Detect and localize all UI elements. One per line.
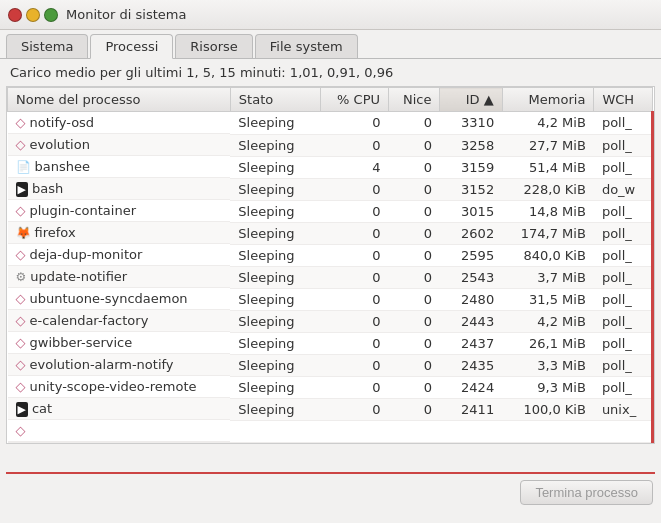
cell-memory: 840,0 KiB [502, 244, 594, 266]
minimize-button[interactable] [26, 8, 40, 22]
cell-name: ◇ ubuntuone-syncdaemon [8, 288, 231, 310]
title-bar: Monitor di sistema [0, 0, 661, 30]
cell-nice: 0 [389, 134, 440, 156]
maximize-button[interactable] [44, 8, 58, 22]
cell-name: ◇ e-calendar-factory [8, 310, 231, 332]
cell-name: ◇ notify-osd [8, 112, 231, 134]
cell-id: 2435 [440, 354, 502, 376]
process-icon: ◇ [16, 115, 26, 130]
table-row[interactable]: ◇ gwibber-service Sleeping 0 0 2437 26,1… [8, 332, 653, 354]
cell-name: ◇ deja-dup-monitor [8, 244, 231, 266]
cell-memory: 26,1 MiB [502, 332, 594, 354]
table-row[interactable]: ◇ plugin-container Sleeping 0 0 3015 14,… [8, 200, 653, 222]
cell-memory: 174,7 MiB [502, 222, 594, 244]
col-stato[interactable]: Stato [230, 88, 320, 112]
process-icon: ◇ [16, 379, 26, 394]
cell-memory: 9,3 MiB [502, 376, 594, 398]
table-row[interactable]: 🦊 firefox Sleeping 0 0 2602 174,7 MiB po… [8, 222, 653, 244]
cell-memory: 100,0 KiB [502, 398, 594, 420]
cell-name: ▶ bash [8, 178, 231, 200]
cell-name: ◇ plugin-container [8, 200, 231, 222]
table-header-row: Nome del processo Stato % CPU Nice ID ▲ … [8, 88, 653, 112]
process-icon: ◇ [16, 203, 26, 218]
table-row[interactable]: ◇ evolution Sleeping 0 0 3258 27,7 MiB p… [8, 134, 653, 156]
tab-filesystem[interactable]: File system [255, 34, 358, 58]
process-name: gwibber-service [30, 335, 133, 350]
process-name: ubuntuone-syncdaemon [30, 291, 188, 306]
table-row[interactable]: ◇ deja-dup-monitor Sleeping 0 0 2595 840… [8, 244, 653, 266]
cell-name: ◇ gwibber-service [8, 332, 231, 354]
window-controls[interactable] [8, 8, 58, 22]
table-row[interactable]: ◇ e-calendar-factory Sleeping 0 0 2443 4… [8, 310, 653, 332]
cell-wch: poll_ [594, 222, 653, 244]
cell-id: 3159 [440, 156, 502, 178]
cell-name: 🦊 firefox [8, 222, 231, 244]
cell-cpu: 0 [321, 288, 389, 310]
terminate-process-button[interactable]: Termina processo [520, 480, 653, 505]
cell-nice: 0 [389, 112, 440, 135]
process-icon: ◇ [16, 357, 26, 372]
cell-cpu: 0 [321, 266, 389, 288]
process-icon: ▶ [16, 181, 28, 196]
cell-nice: 0 [389, 244, 440, 266]
cell-status: Sleeping [230, 310, 320, 332]
cell-wch: poll_ [594, 354, 653, 376]
bottom-bar: Termina processo [0, 474, 661, 511]
cell-name: ◇ evolution [8, 134, 231, 156]
cell-status: Sleeping [230, 288, 320, 310]
process-icon: ▶ [16, 401, 28, 416]
cell-cpu: 4 [321, 156, 389, 178]
table-row[interactable]: ▶ cat Sleeping 0 0 2411 100,0 KiB unix_ [8, 398, 653, 420]
process-name: e-calendar-factory [30, 313, 149, 328]
col-cpu[interactable]: % CPU [321, 88, 389, 112]
cell-wch: poll_ [594, 266, 653, 288]
col-id[interactable]: ID ▲ [440, 88, 502, 112]
cell-wch-partial [594, 420, 653, 443]
cell-id: 2443 [440, 310, 502, 332]
cell-status: Sleeping [230, 156, 320, 178]
col-nice[interactable]: Nice [389, 88, 440, 112]
cell-cpu: 0 [321, 134, 389, 156]
table-row[interactable]: ◇ evolution-alarm-notify Sleeping 0 0 24… [8, 354, 653, 376]
process-name: deja-dup-monitor [30, 247, 143, 262]
process-name: evolution [30, 137, 90, 152]
cell-cpu: 0 [321, 222, 389, 244]
cell-nice: 0 [389, 376, 440, 398]
cell-wch: poll_ [594, 134, 653, 156]
cell-cpu: 0 [321, 178, 389, 200]
table-row[interactable]: 📄 banshee Sleeping 4 0 3159 51,4 MiB pol… [8, 156, 653, 178]
tab-sistema[interactable]: Sistema [6, 34, 88, 58]
cell-wch: poll_ [594, 112, 653, 135]
cell-name: ◇ evolution-alarm-notify [8, 354, 231, 376]
cell-status: Sleeping [230, 178, 320, 200]
process-icon: 🦊 [16, 225, 31, 240]
cell-id: 2595 [440, 244, 502, 266]
cell-id: 2437 [440, 332, 502, 354]
col-name[interactable]: Nome del processo [8, 88, 231, 112]
table-row[interactable]: ◇ notify-osd Sleeping 0 0 3310 4,2 MiB p… [8, 112, 653, 135]
process-icon: ◇ [16, 313, 26, 328]
table-row[interactable]: ◇ unity-scope-video-remote Sleeping 0 0 … [8, 376, 653, 398]
process-table-scroll[interactable]: Nome del processo Stato % CPU Nice ID ▲ … [0, 86, 661, 472]
process-name: evolution-alarm-notify [30, 357, 174, 372]
cell-nice: 0 [389, 222, 440, 244]
cell-name-partial: ◇ [8, 420, 231, 442]
tab-processi[interactable]: Processi [90, 34, 173, 59]
process-name: firefox [35, 225, 76, 240]
cell-id: 2602 [440, 222, 502, 244]
cell-wch: poll_ [594, 310, 653, 332]
cell-memory: 228,0 KiB [502, 178, 594, 200]
tab-risorse[interactable]: Risorse [175, 34, 253, 58]
table-row[interactable]: ◇ ubuntuone-syncdaemon Sleeping 0 0 2480… [8, 288, 653, 310]
process-name: update-notifier [30, 269, 127, 284]
cell-name: ⚙ update-notifier [8, 266, 231, 288]
table-row[interactable]: ⚙ update-notifier Sleeping 0 0 2543 3,7 … [8, 266, 653, 288]
col-memoria[interactable]: Memoria [502, 88, 594, 112]
col-wch[interactable]: WCH [594, 88, 653, 112]
cell-status: Sleeping [230, 244, 320, 266]
table-row[interactable]: ▶ bash Sleeping 0 0 3152 228,0 KiB do_w [8, 178, 653, 200]
process-name: bash [32, 181, 63, 196]
cell-status: Sleeping [230, 354, 320, 376]
cell-cpu: 0 [321, 310, 389, 332]
close-button[interactable] [8, 8, 22, 22]
